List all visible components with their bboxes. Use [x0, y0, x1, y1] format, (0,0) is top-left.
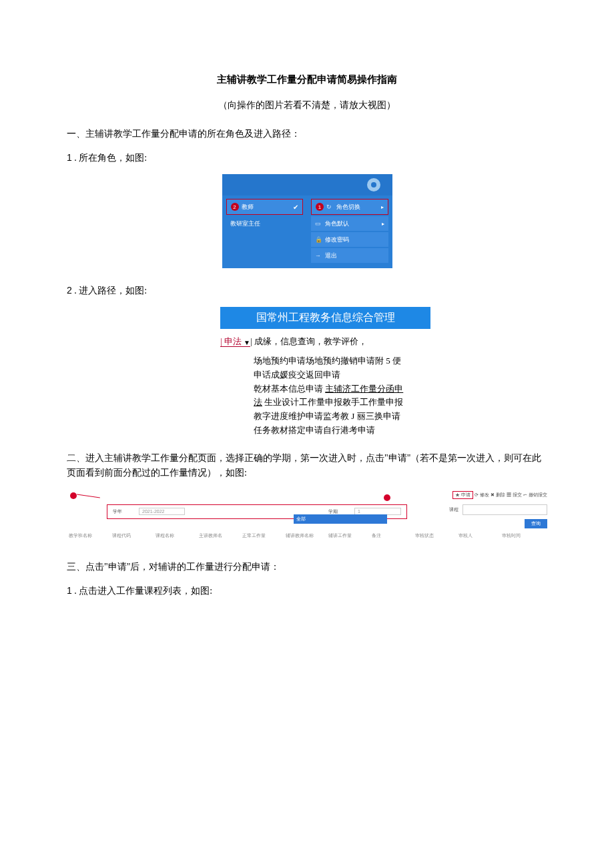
step-1-label: 1 . 所在角色，如图: [67, 152, 547, 164]
course-label: 课程 [449, 506, 458, 513]
workload-apply-link[interactable]: 主辅济工作量分函申 [325, 384, 403, 394]
section-1-heading: 一、主辅讲教学工作量分配申请的所在角色及进入路径： [67, 128, 547, 140]
submenu-block: 场地预约申请场地预约撤销申请附 5 便 申话成媛疫交返回申请 乾材基本信总申请 … [254, 354, 467, 438]
semester-option-all[interactable]: 全部 [294, 514, 387, 524]
step-3-1-text: . 点击进入工作量课程列表，如图: [72, 586, 212, 596]
highlight-arrow-icon [77, 494, 100, 498]
th-4: 正常工作量 [242, 532, 286, 539]
step-2-text: . 进入路径，如图: [72, 286, 147, 296]
year-select[interactable]: 2021-2022 [139, 508, 185, 515]
figure-3: ★ 申请 ⟳ 修改 ✖ 删除 ☰ 报交 ⤺ 撤销报交 学年 2021-2022 … [67, 491, 547, 541]
nav-rest: | 成缘，信息查询，教学评价， [250, 336, 367, 346]
refresh-icon: ↻ [326, 203, 333, 210]
menu-role-switch-label: 角色切换 [336, 203, 360, 211]
step-1-num: 1 [67, 152, 72, 163]
th-3: 主讲教师名 [199, 532, 242, 539]
role-teacher-label: 教师 [242, 203, 254, 211]
menu-exit[interactable]: → 退出 [311, 248, 388, 263]
badge-1-icon: 1 [316, 203, 324, 211]
menu-role-default-label: 角色默认 [325, 220, 349, 228]
th-2: 课程名称 [156, 532, 199, 539]
semester-dropdown[interactable]: 全部 [294, 504, 387, 524]
apply-button[interactable]: ★ 申请 [452, 491, 473, 499]
lock-icon: 🔒 [315, 236, 322, 243]
step-3-1-num: 1 [67, 585, 72, 596]
th-5: 辅讲教师名称 [286, 532, 329, 539]
section-3-heading: 三、点击"申请"后，对辅讲的工作量进行分配申请： [67, 561, 547, 573]
submenu-line-5: 教字进度维护申请监考教 J 丽三换申请 [254, 410, 467, 424]
check-icon: ✔ [293, 203, 298, 211]
highlight-dot-2-icon [384, 494, 390, 501]
toolbar-rest[interactable]: ⟳ 修改 ✖ 删除 ☰ 报交 ⤺ 撤销报交 [473, 492, 547, 497]
doc-title: 主辅讲教学工作量分配申请简易操作指南 [67, 73, 547, 86]
step-2-label: 2 . 进入路径，如图: [67, 285, 547, 297]
th-8: 审核状态 [415, 532, 458, 539]
menu-role-default[interactable]: ▭ 角色默认 ▸ [311, 216, 388, 231]
submenu-line-1: 场地预约申请场地预约撤销申请附 5 便 [254, 354, 467, 368]
top-nav: | 申法 ▼| 成缘，信息查询，教学评价， [220, 336, 547, 348]
table-header: 教学班名称 课程代码 课程名称 主讲教师名 正常工作量 辅讲教师名称 辅讲工作量… [67, 532, 547, 539]
search-button[interactable]: 查询 [525, 519, 547, 528]
menu-exit-label: 退出 [325, 252, 337, 260]
submenu-line-3: 乾材基本信总申请 主辅济工作量分函申 [254, 382, 467, 396]
card-icon: ▭ [315, 220, 322, 227]
avatar-icon[interactable] [367, 178, 380, 191]
toolbar: ★ 申请 ⟳ 修改 ✖ 删除 ☰ 报交 ⤺ 撤销报交 [452, 491, 547, 499]
th-0: 教学班名称 [69, 532, 112, 539]
role-office-label: 教研室主任 [230, 220, 260, 228]
step-3-1-label: 1 . 点击进入工作量课程列表，如图: [67, 585, 547, 597]
step-2-num: 2 [67, 285, 72, 296]
step-1-text: . 所在角色，如图: [72, 153, 147, 163]
role-teacher[interactable]: 2 教师 ✔ [226, 199, 304, 215]
dropdown-icon: ▼ [244, 339, 250, 346]
figure-2: 国常州工程教务信息综合管理 | 申法 ▼| 成缘，信息查询，教学评价， 场地预约… [67, 307, 547, 438]
th-7: 备注 [372, 532, 415, 539]
course-input[interactable] [463, 504, 547, 515]
workload-apply-link-cont[interactable]: 法 [254, 397, 262, 407]
th-1: 课程代码 [112, 532, 156, 539]
chevron-right-icon: ▸ [381, 204, 384, 210]
menu-change-password-label: 修改密码 [325, 236, 349, 244]
exit-icon: → [315, 252, 322, 259]
highlight-dot-icon [70, 492, 77, 499]
submenu-line-4: 法 生业设计工作量申报敕手工作量申报 [254, 396, 467, 410]
th-10: 审核时间 [502, 532, 545, 539]
role-office-head[interactable]: 教研室主任 [226, 216, 304, 231]
menu-change-password[interactable]: 🔒 修改密码 [311, 232, 388, 247]
badge-2-icon: 2 [231, 203, 239, 211]
doc-subtitle: （向操作的图片若看不清楚，请放大视图） [67, 99, 547, 111]
th-6: 辅讲工作量 [328, 532, 372, 539]
figure-1: 2 教师 ✔ 教研室主任 1 ↻ 角色切换 ▸ [67, 174, 547, 268]
submenu-line-6: 任务教材搭定申请自行港考申请 [254, 424, 467, 438]
menu-role-switch[interactable]: 1 ↻ 角色切换 ▸ [311, 199, 388, 215]
th-9: 审核人 [458, 532, 502, 539]
nav-apply[interactable]: | 申法 ▼ [220, 336, 250, 347]
section-2-para: 二、进入主辅讲教学工作量分配页面，选择正确的学期，第一次进入时，点击"申请"（若… [67, 451, 547, 481]
chevron-right-icon: ▸ [382, 221, 384, 227]
submenu-line-2: 申话成媛疫交返回申请 [254, 368, 467, 382]
year-label: 学年 [113, 508, 122, 515]
system-banner: 国常州工程教务信息综合管理 [220, 307, 430, 329]
